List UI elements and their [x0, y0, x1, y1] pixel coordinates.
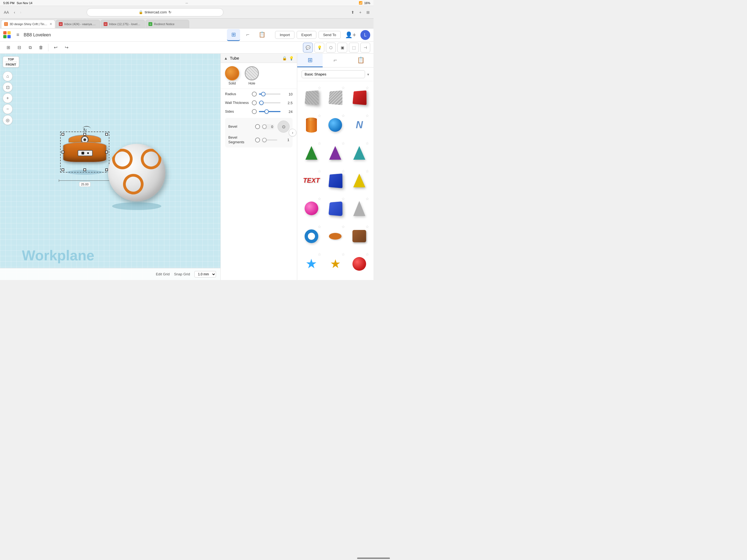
tab-inbox1[interactable]: M Inbox (424) - vaanya.11590@isboman.com	[56, 20, 100, 28]
shape-favorite-cone-gray[interactable]: ☆	[366, 197, 369, 201]
shape-card-pyramid-green[interactable]: ☆	[301, 140, 323, 166]
ungroup-button[interactable]: ⊟	[14, 43, 24, 52]
delete-button[interactable]: 🗑	[36, 43, 46, 52]
shape-favorite-sphere[interactable]: ☆	[341, 113, 345, 118]
zoom-out-button[interactable]: −	[3, 104, 12, 114]
wall-thickness-radio[interactable]	[252, 100, 257, 105]
shape-favorite-cylinder[interactable]: ☆	[318, 113, 321, 118]
shape-favorite-cone-teal[interactable]: ☆	[366, 141, 369, 146]
handle-bottom-mid[interactable]	[83, 169, 86, 171]
sides-slider[interactable]	[259, 111, 281, 112]
share-button[interactable]: ⬆	[350, 9, 356, 16]
fit-view-button[interactable]: ⊡	[3, 82, 12, 92]
bb8-ball-object[interactable]	[108, 144, 168, 204]
tab-switcher-button[interactable]: ⊞	[365, 9, 371, 16]
tab-redirect[interactable]: G Redirect Notice	[146, 20, 189, 28]
shape-favorite-cube-blue[interactable]: ☆	[341, 169, 345, 173]
bb8-head-object[interactable]: ↻	[63, 134, 107, 170]
bevel-drag-handle[interactable]: ⊙	[278, 121, 289, 133]
shape-favorite-text-n[interactable]: ☆	[366, 113, 369, 118]
panel-lightbulb-button[interactable]: 💡	[289, 56, 294, 60]
home-view-button[interactable]: ⌂	[3, 71, 12, 81]
shape-favorite-star-blue[interactable]: ☆	[318, 252, 321, 256]
panel-tab-measure[interactable]: ⌐	[241, 29, 254, 41]
shape-favorite-box-striped[interactable]: ☆	[318, 85, 321, 90]
shape-card-text-n[interactable]: ☆ N	[349, 112, 370, 138]
shape-favorite-torus-orange[interactable]: ☆	[341, 225, 345, 229]
shape-card-star-yellow[interactable]: ☆ ★	[325, 251, 346, 277]
handle-bottom-right[interactable]	[105, 169, 108, 171]
hole-option[interactable]: Hole	[245, 66, 259, 85]
select-tool-button[interactable]: 💬	[303, 43, 313, 52]
new-tab-button[interactable]: +	[358, 9, 363, 16]
panel-nav-measure-tab[interactable]: ⌐	[323, 54, 348, 67]
forward-button[interactable]: ›	[18, 9, 23, 16]
align-tool-button[interactable]: ⬚	[349, 43, 359, 52]
back-button[interactable]: ‹	[12, 9, 17, 16]
handle-top-mid[interactable]	[83, 133, 86, 136]
edit-grid-button[interactable]: Edit Grid	[156, 272, 170, 276]
shapes-category-select[interactable]: Basic Shapes	[302, 70, 365, 78]
undo-button[interactable]: ↩	[51, 43, 60, 52]
menu-button[interactable]: ≡	[15, 31, 21, 39]
wall-thickness-slider[interactable]	[259, 102, 281, 103]
tab-tinkercad[interactable]: T 3D design Shiny Crift | Tinkercad ✕	[1, 20, 55, 28]
shape-card-torus[interactable]: ☆	[301, 223, 323, 249]
handle-middle-right[interactable]	[105, 151, 108, 153]
shape-favorite-box-red[interactable]: ☆	[366, 85, 369, 90]
shape-card-star-blue[interactable]: ☆ ★	[301, 251, 323, 277]
shape-favorite-star-yellow[interactable]: ☆	[341, 252, 345, 256]
shape-favorite-wood[interactable]: ☆	[366, 225, 369, 229]
solid-option[interactable]: Solid	[225, 66, 239, 85]
shape-card-box-striped[interactable]: ☆	[301, 84, 323, 110]
sides-slider-thumb[interactable]	[264, 109, 269, 114]
panel-nav-grid-tab[interactable]: ⊞	[297, 54, 323, 67]
mirror-tool-button[interactable]: ⊣	[360, 43, 370, 52]
address-bar[interactable]: 🔒 tinkercad.com ↻	[87, 8, 223, 17]
text-size-button[interactable]: AA	[2, 9, 11, 16]
tab-close-tinkercad[interactable]: ✕	[50, 22, 52, 26]
shape-card-pyramid-yellow[interactable]: ☆	[349, 168, 370, 194]
bevel-radio[interactable]	[255, 124, 260, 129]
bevel-segments-radio[interactable]	[255, 137, 260, 143]
group-button[interactable]: ⊞	[3, 43, 13, 52]
send-to-button[interactable]: Send To	[318, 31, 341, 39]
shape-favorite-cube-blue-med[interactable]: ☆	[341, 197, 345, 201]
perspective-button[interactable]: ◎	[3, 115, 12, 125]
import-button[interactable]: Import	[275, 31, 294, 39]
shape-card-cube-blue-med[interactable]: ☆	[325, 196, 346, 221]
tab-inbox2[interactable]: M Inbox (12,175) - loveleen.relwani@gmai…	[101, 20, 145, 28]
redo-button[interactable]: ↪	[61, 43, 71, 52]
bevel-slider-thumb[interactable]	[262, 124, 266, 129]
panel-tab-notes[interactable]: 📋	[255, 29, 268, 41]
shape-card-cube-blue[interactable]: ☆	[325, 168, 346, 194]
snap-grid-select[interactable]: 1.0 mm 0.5 mm 0.1 mm	[195, 271, 216, 278]
handle-top-left[interactable]	[61, 133, 64, 136]
shape-card-wood[interactable]: ☆	[349, 223, 370, 249]
shape-favorite-box-striped2[interactable]: ☆	[341, 85, 345, 90]
shape-card-box-striped2[interactable]: ☆	[325, 84, 346, 110]
wall-thickness-slider-thumb[interactable]	[259, 101, 264, 105]
radius-slider[interactable]	[259, 94, 281, 95]
shape-favorite-pyramid-purple[interactable]: ☆	[341, 141, 345, 146]
duplicate-button[interactable]: ⧉	[25, 43, 35, 52]
bevel-segments-slider[interactable]	[262, 139, 277, 141]
shape-card-cylinder[interactable]: ☆	[301, 112, 323, 138]
export-button[interactable]: Export	[297, 31, 316, 39]
zoom-in-button[interactable]: +	[3, 93, 12, 103]
shape-card-text[interactable]: ☆ TEXT	[301, 168, 323, 194]
handle-middle-left[interactable]	[61, 151, 64, 153]
user-profile-add[interactable]: 👤+	[343, 30, 358, 40]
shape-card-torus-orange[interactable]: ☆	[325, 223, 346, 249]
group-tool-button[interactable]: ▣	[337, 43, 347, 52]
shape-favorite-sphere-pink[interactable]: ☆	[318, 197, 321, 201]
bevel-next-button[interactable]: ›	[289, 129, 297, 136]
radius-radio[interactable]	[252, 92, 257, 97]
shape-tool-button[interactable]: ⬡	[326, 43, 336, 52]
panel-nav-notes-tab[interactable]: 📋	[348, 54, 374, 67]
sides-radio[interactable]	[252, 109, 257, 114]
shape-favorite-pyramid-yellow[interactable]: ☆	[366, 169, 369, 173]
shape-favorite-pyramid-green[interactable]: ☆	[318, 141, 321, 146]
shape-card-cone-teal[interactable]: ☆	[349, 140, 370, 166]
user-avatar[interactable]: L	[360, 30, 370, 40]
